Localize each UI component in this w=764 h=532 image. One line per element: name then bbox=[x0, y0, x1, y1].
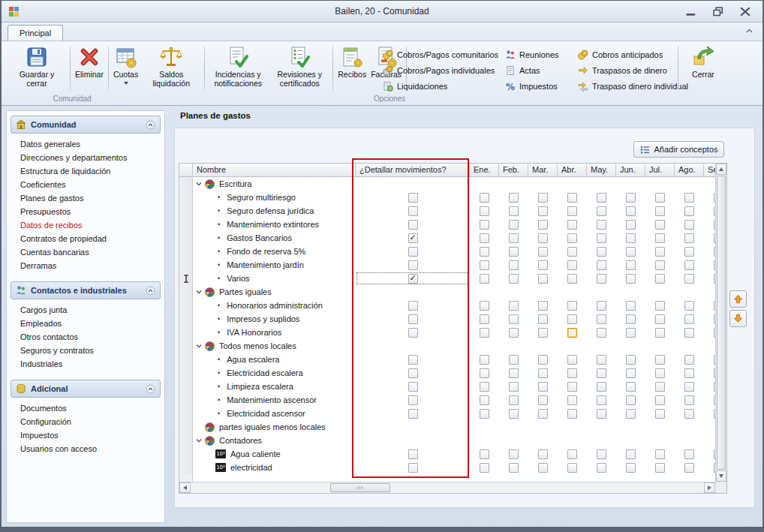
month-checkbox-ene[interactable] bbox=[480, 247, 489, 257]
row-label-cell[interactable]: Partes iguales bbox=[193, 285, 356, 299]
month-checkbox-jun[interactable] bbox=[626, 395, 636, 405]
expand-chevron-icon[interactable] bbox=[196, 289, 202, 295]
detallar-checkbox[interactable] bbox=[408, 301, 418, 311]
detallar-checkbox[interactable] bbox=[408, 274, 418, 284]
month-checkbox-ene[interactable] bbox=[480, 382, 489, 392]
row-selector[interactable] bbox=[179, 393, 193, 407]
close-button[interactable] bbox=[738, 7, 752, 17]
month-checkbox-ago[interactable] bbox=[684, 260, 694, 270]
month-checkbox-ene[interactable] bbox=[480, 395, 489, 405]
row-label-cell[interactable]: Impresos y suplidos bbox=[193, 312, 356, 326]
month-checkbox-ene[interactable] bbox=[480, 355, 489, 365]
month-checkbox-jul[interactable] bbox=[655, 314, 665, 324]
column-header-mar[interactable]: Mar. bbox=[528, 164, 558, 176]
sidebar-item-cargos-junta[interactable]: Cargos junta bbox=[11, 303, 161, 317]
month-checkbox-ago[interactable] bbox=[684, 328, 694, 338]
month-checkbox-abr[interactable] bbox=[567, 382, 577, 392]
row-selector[interactable] bbox=[179, 218, 193, 231]
month-checkbox-mar[interactable] bbox=[538, 193, 548, 203]
month-checkbox-jul[interactable] bbox=[655, 247, 665, 257]
detallar-checkbox[interactable] bbox=[408, 463, 418, 473]
month-checkbox-mar[interactable] bbox=[538, 206, 548, 216]
month-checkbox-abr[interactable] bbox=[567, 247, 577, 257]
month-checkbox-ago[interactable] bbox=[684, 206, 694, 216]
column-header-jul[interactable]: Jul. bbox=[645, 164, 675, 176]
tab-principal[interactable]: Principal bbox=[8, 25, 63, 41]
month-checkbox-ago[interactable] bbox=[684, 247, 694, 257]
sidebar-item-derramas[interactable]: Derramas bbox=[11, 259, 161, 272]
add-concepts-button[interactable]: Añadir conceptos bbox=[633, 141, 724, 158]
month-checkbox-mar[interactable] bbox=[538, 355, 548, 365]
month-checkbox-ago[interactable] bbox=[684, 449, 694, 459]
option-reuniones[interactable]: Reuniones bbox=[505, 47, 578, 62]
month-checkbox-jul[interactable] bbox=[655, 409, 665, 419]
month-checkbox-feb[interactable] bbox=[509, 220, 519, 230]
detallar-checkbox[interactable] bbox=[408, 233, 418, 243]
vertical-scrollbar[interactable] bbox=[715, 164, 726, 482]
month-checkbox-may[interactable] bbox=[597, 206, 606, 216]
ribbon-button-incidencias-y-notificaciones[interactable]: Incidencias y notificaciones bbox=[207, 44, 269, 93]
horizontal-scroll-thumb[interactable] bbox=[330, 483, 390, 492]
month-checkbox-may[interactable] bbox=[597, 220, 606, 230]
month-checkbox-mar[interactable] bbox=[538, 463, 548, 473]
move-down-button[interactable] bbox=[729, 310, 747, 327]
column-header-sep[interactable]: Sep. bbox=[704, 164, 715, 176]
month-checkbox-may[interactable] bbox=[597, 274, 606, 284]
scroll-right-button[interactable] bbox=[704, 482, 715, 493]
row-label-cell[interactable]: Varios bbox=[193, 272, 356, 285]
column-header-feb[interactable]: Feb. bbox=[499, 164, 528, 176]
month-checkbox-may[interactable] bbox=[597, 328, 606, 338]
month-checkbox-may[interactable] bbox=[597, 409, 606, 419]
row-label-cell[interactable]: Gastos Bancarios bbox=[193, 231, 356, 245]
month-checkbox-abr[interactable] bbox=[567, 463, 577, 473]
detallar-checkbox[interactable] bbox=[408, 314, 418, 324]
month-checkbox-feb[interactable] bbox=[509, 395, 519, 405]
chevron-up-icon[interactable] bbox=[146, 286, 155, 296]
scroll-up-button[interactable] bbox=[716, 164, 726, 175]
month-checkbox-ene[interactable] bbox=[480, 206, 489, 216]
month-checkbox-jul[interactable] bbox=[655, 274, 665, 284]
restore-button[interactable] bbox=[711, 7, 725, 17]
month-checkbox-jul[interactable] bbox=[655, 206, 665, 216]
month-checkbox-abr[interactable] bbox=[567, 449, 577, 459]
detallar-checkbox[interactable] bbox=[408, 247, 418, 257]
month-checkbox-ene[interactable] bbox=[480, 193, 489, 203]
row-label-cell[interactable]: Limpieza escalera bbox=[193, 380, 356, 393]
row-label-cell[interactable]: Seguro multiriesgo bbox=[193, 191, 356, 204]
row-label-cell[interactable]: IVA Honorarios bbox=[193, 326, 356, 339]
month-checkbox-may[interactable] bbox=[597, 355, 606, 365]
month-checkbox-jun[interactable] bbox=[626, 193, 636, 203]
month-checkbox-abr[interactable] bbox=[567, 328, 577, 338]
detallar-checkbox[interactable] bbox=[408, 193, 418, 203]
sidebar-item-direcciones-y-departamentos[interactable]: Direcciones y departamentos bbox=[11, 151, 161, 164]
row-selector[interactable] bbox=[179, 326, 193, 339]
month-checkbox-mar[interactable] bbox=[538, 233, 548, 243]
row-selector[interactable] bbox=[179, 312, 193, 326]
month-checkbox-mar[interactable] bbox=[538, 274, 548, 284]
month-checkbox-jun[interactable] bbox=[626, 449, 636, 459]
column-header-ago[interactable]: Ago. bbox=[675, 164, 704, 176]
month-checkbox-may[interactable] bbox=[597, 301, 606, 311]
month-checkbox-jun[interactable] bbox=[626, 328, 636, 338]
sidebar-item-documentos[interactable]: Documentos bbox=[11, 401, 161, 415]
month-checkbox-jun[interactable] bbox=[626, 463, 636, 473]
sidebar-item-usuarios-con-acceso[interactable]: Usuarios con acceso bbox=[11, 442, 161, 455]
month-checkbox-jun[interactable] bbox=[626, 206, 636, 216]
option-cobros-pagos-comunitarios[interactable]: Cobros/Pagos comunitarios bbox=[383, 47, 505, 62]
row-label-cell[interactable]: Mantenimiento ascensor bbox=[193, 393, 356, 407]
month-checkbox-abr[interactable] bbox=[567, 409, 577, 419]
row-label-cell[interactable]: Todos menos locales bbox=[193, 339, 356, 353]
sidebar-item-cuentas-bancarias[interactable]: Cuentas bancarias bbox=[11, 245, 161, 259]
sidebar-item-datos-generales[interactable]: Datos generales bbox=[11, 137, 161, 151]
month-checkbox-may[interactable] bbox=[597, 193, 606, 203]
month-checkbox-jun[interactable] bbox=[626, 247, 636, 257]
month-checkbox-may[interactable] bbox=[597, 449, 606, 459]
month-checkbox-may[interactable] bbox=[597, 233, 606, 243]
month-checkbox-jul[interactable] bbox=[655, 368, 665, 378]
column-header-detallar-movimientos[interactable]: ¿Detallar movimientos? bbox=[356, 164, 470, 176]
month-checkbox-ago[interactable] bbox=[684, 395, 694, 405]
month-checkbox-ene[interactable] bbox=[480, 274, 489, 284]
column-header-nombre[interactable]: Nombre bbox=[193, 164, 356, 176]
scroll-down-button[interactable] bbox=[716, 470, 726, 482]
month-checkbox-jul[interactable] bbox=[655, 328, 665, 338]
